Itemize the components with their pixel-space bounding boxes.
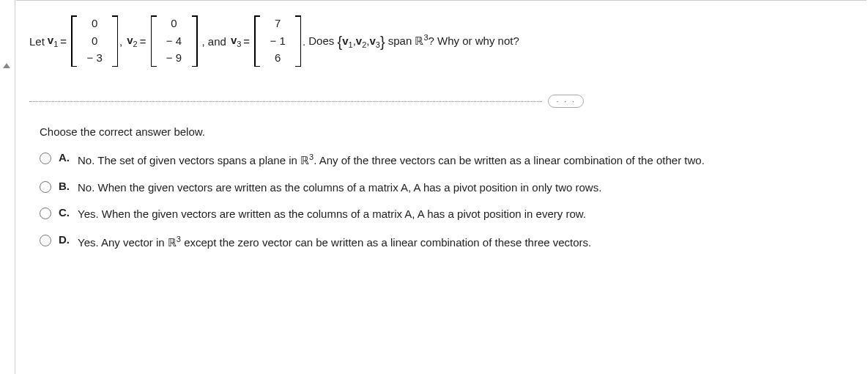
v3-v: v (231, 34, 237, 46)
v3-sub: 3 (237, 40, 241, 48)
v3-entry-1: − 1 (270, 35, 285, 48)
v3-symbol: v3 (231, 34, 241, 48)
choices-group: A. No. The set of given vectors spans a … (40, 151, 867, 251)
v2-entry-2: − 9 (166, 52, 182, 65)
v3-vector: 7 − 1 6 (254, 15, 301, 67)
v2-entry-1: − 4 (166, 35, 182, 48)
bracket-right-icon (294, 15, 301, 67)
set-v2: v (356, 34, 362, 47)
page-content: Let v1 = 0 0 − 3 , v2 = 0 − 4 − 9 , and … (16, 0, 867, 374)
v3-col: 7 − 1 6 (261, 15, 294, 67)
v1-col: 0 0 − 3 (78, 15, 111, 67)
choice-c-text: Yes. When the given vectors are written … (78, 206, 586, 223)
v1-vector: 0 0 − 3 (71, 15, 118, 67)
choice-d[interactable]: D. Yes. Any vector in ℝ3 except the zero… (40, 233, 867, 252)
span-text: span (385, 34, 415, 47)
choice-a-part1: No. The set of given vectors spans a pla… (78, 154, 300, 166)
v1-v: v (48, 34, 53, 46)
why-text: ? Why or why not? (429, 34, 519, 47)
v1-entry-2: − 3 (86, 52, 102, 65)
v2-sub: 2 (133, 40, 138, 48)
comma1: , (119, 35, 122, 48)
let-text: Let (29, 35, 45, 48)
bracket-right-icon (190, 15, 198, 67)
choice-c[interactable]: C. Yes. When the given vectors are writt… (40, 206, 867, 223)
v1-entry-1: 0 (92, 35, 97, 48)
set-v3: v (369, 34, 375, 47)
choice-d-label: D. (59, 233, 72, 246)
eq2: = (140, 35, 146, 48)
choice-a-r: ℝ (300, 155, 309, 166)
choice-b-label: B. (59, 180, 72, 192)
choice-c-label: C. (59, 206, 72, 219)
period1: . (303, 35, 305, 48)
choice-d-text: Yes. Any vector in ℝ3 except the zero ve… (78, 233, 591, 252)
v1-entry-0: 0 (92, 18, 97, 30)
bracket-left-icon (254, 15, 261, 67)
choice-a-text: No. The set of given vectors spans a pla… (78, 151, 705, 169)
bracket-left-icon (71, 15, 78, 67)
choice-b-radio[interactable] (40, 181, 51, 193)
v2-col: 0 − 4 − 9 (158, 15, 190, 67)
v2-vector: 0 − 4 − 9 (151, 15, 198, 67)
eq1: = (60, 35, 67, 48)
set-v1: v (342, 34, 348, 47)
v3-entry-2: 6 (275, 52, 281, 65)
choice-a[interactable]: A. No. The set of given vectors spans a … (40, 151, 867, 169)
and-text: , and (202, 35, 226, 48)
choice-d-part1: Yes. Any vector in (78, 236, 168, 249)
divider: · · · (29, 95, 853, 108)
does-text: Does (308, 34, 337, 47)
r-symbol: ℝ (415, 35, 423, 47)
question-tail: Does {v1,v2,v3} span ℝ3? Why or why not? (308, 33, 519, 49)
bracket-right-icon (111, 15, 118, 67)
eq3: = (243, 35, 250, 48)
divider-tail (590, 101, 853, 102)
choice-c-radio[interactable] (40, 208, 51, 219)
instruction-text: Choose the correct answer below. (40, 125, 867, 138)
more-dots-icon[interactable]: · · · (548, 95, 584, 108)
v3-entry-0: 7 (275, 18, 281, 30)
bracket-left-icon (151, 15, 158, 67)
question-statement: Let v1 = 0 0 − 3 , v2 = 0 − 4 − 9 , and … (16, 1, 867, 74)
choice-b-text: No. When the given vectors are written a… (78, 180, 601, 197)
v2-symbol: v2 (127, 34, 137, 48)
choice-a-radio[interactable] (40, 153, 51, 164)
divider-line (29, 101, 542, 102)
choice-d-radio[interactable] (40, 235, 51, 246)
brace-right-icon: } (380, 34, 385, 50)
choice-a-part2: . Any of the three vectors can be writte… (314, 154, 705, 166)
v2-v: v (127, 34, 133, 46)
choice-b[interactable]: B. No. When the given vectors are writte… (40, 180, 867, 197)
v1-sub: 1 (53, 40, 58, 48)
scroll-up-arrow-icon[interactable] (3, 63, 10, 68)
v1-symbol: v1 (48, 34, 58, 48)
choice-d-part2: except the zero vector can be written as… (181, 236, 591, 249)
left-gutter (0, 0, 15, 374)
v2-entry-0: 0 (171, 18, 177, 30)
choice-a-label: A. (59, 151, 72, 164)
choice-d-r: ℝ (168, 237, 177, 249)
